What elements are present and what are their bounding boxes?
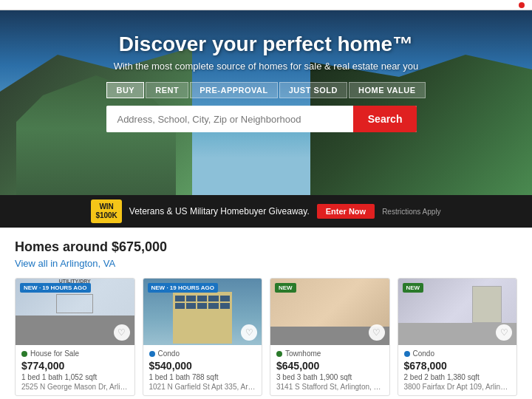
- listing-price: $540,000: [149, 360, 256, 372]
- listing-type: Condo: [404, 349, 511, 358]
- search-button[interactable]: Search: [353, 106, 417, 132]
- building-shape: [173, 292, 232, 344]
- listing-badge-new: NEW · 19 HOURS AGO: [148, 283, 219, 293]
- listing-badge-new: NEW · 19 HOURS AGO: [20, 283, 91, 293]
- listing-details: 1 bed 1 bath 1,052 sqft: [21, 373, 129, 381]
- search-input[interactable]: [106, 106, 352, 132]
- type-label: Townhome: [285, 349, 321, 358]
- listing-info: House for Sale $774,000 1 bed 1 bath 1,0…: [16, 345, 134, 395]
- window: [175, 296, 185, 301]
- listing-image: NEW ♡: [270, 279, 389, 345]
- listing-address: 3141 S Stafford St, Arlington, VA 22206: [276, 383, 383, 391]
- listing-info: Condo $678,000 2 bed 2 bath 1,380 sqft 3…: [398, 345, 517, 395]
- listing-address: 2525 N George Mason Dr, Arlington, VA ..…: [21, 383, 129, 391]
- window: [220, 303, 230, 309]
- promo-badge: WIN $100K: [91, 200, 121, 223]
- type-dot: [404, 351, 410, 357]
- listing-card[interactable]: UTILITY/DRY3'1" × 8'1" UTILITY/STORAGE20…: [15, 278, 135, 396]
- listing-address: 1021 N Garfield St Apt 335, Arlington, V…: [149, 383, 256, 391]
- listing-info: Condo $540,000 1 bed 1 bath 788 sqft 102…: [143, 345, 262, 395]
- listing-details: 2 bed 2 bath 1,380 sqft: [404, 373, 511, 381]
- fp-box-main: [56, 294, 93, 314]
- hero-subtitle: With the most complete source of homes f…: [106, 61, 425, 72]
- window: [197, 303, 207, 309]
- tab-buy[interactable]: BUY: [106, 82, 144, 98]
- type-dot: [276, 351, 282, 357]
- type-label: Condo: [158, 349, 180, 358]
- promo-text: Veterans & US Military Homebuyer Giveawa…: [129, 206, 310, 216]
- window: [220, 296, 230, 301]
- window: [186, 303, 196, 309]
- tab-homevalue[interactable]: HOME VALUE: [349, 82, 426, 98]
- appliance: [472, 286, 502, 323]
- tab-rent[interactable]: RENT: [146, 82, 188, 98]
- tab-preapproval[interactable]: PRE-APPROVAL: [190, 82, 278, 98]
- listings-grid: UTILITY/DRY3'1" × 8'1" UTILITY/STORAGE20…: [15, 278, 517, 396]
- tab-justsold[interactable]: JUST SOLD: [279, 82, 347, 98]
- listing-image: UTILITY/DRY3'1" × 8'1" UTILITY/STORAGE20…: [16, 279, 134, 345]
- favorite-button[interactable]: ♡: [241, 324, 257, 341]
- listing-image: NEW ♡: [398, 279, 517, 345]
- hero-title: Discover your perfect home™: [106, 33, 425, 56]
- main-content: Homes around $675,000 View all in Arling…: [0, 228, 532, 399]
- type-dot: [21, 351, 27, 357]
- listing-price: $774,000: [21, 360, 129, 372]
- listing-type: Townhome: [276, 349, 383, 358]
- type-label: Condo: [413, 349, 434, 358]
- listing-type: House for Sale: [21, 349, 129, 358]
- listing-details: 3 bed 3 bath 1,900 sqft: [276, 373, 383, 381]
- type-dot: [149, 351, 155, 357]
- promo-badge-line2: $100K: [95, 211, 117, 219]
- window: [175, 303, 185, 309]
- type-label: House for Sale: [30, 349, 79, 358]
- listing-card[interactable]: NEW ♡ Townhome $645,000 3 bed 3 bath 1,9…: [270, 278, 390, 396]
- promo-banner: WIN $100K Veterans & US Military Homebuy…: [0, 195, 532, 228]
- promo-enter-button[interactable]: Enter Now: [317, 204, 375, 219]
- hero-tabs: BUY RENT PRE-APPROVAL JUST SOLD HOME VAL…: [106, 82, 425, 98]
- search-bar: Search: [106, 106, 417, 132]
- listing-badge-new: NEW: [275, 283, 296, 293]
- listing-price: $645,000: [276, 360, 383, 372]
- hero-section: Discover your perfect home™ With the mos…: [0, 10, 532, 195]
- hero-content: Discover your perfect home™ With the mos…: [106, 33, 425, 132]
- listing-badge-new: NEW: [403, 283, 424, 293]
- listing-card[interactable]: NEW ♡ Condo $678,000 2 bed 2 bath 1,380 …: [398, 278, 518, 396]
- window: [208, 296, 218, 301]
- favorite-button[interactable]: ♡: [496, 324, 512, 341]
- nav-dot: [519, 2, 525, 8]
- homes-section-title: Homes around $675,000: [15, 239, 517, 255]
- window: [186, 296, 196, 301]
- window: [197, 296, 207, 301]
- homes-view-all-link[interactable]: View all in Arlington, VA: [15, 258, 517, 269]
- listing-price: $678,000: [404, 360, 511, 372]
- window: [208, 303, 218, 309]
- favorite-button[interactable]: ♡: [114, 324, 130, 341]
- listing-image: NEW · 19 HOURS AGO ♡: [143, 279, 262, 345]
- listing-details: 1 bed 1 bath 788 sqft: [149, 373, 256, 381]
- fp-box-small: [62, 332, 88, 345]
- top-nav: [0, 0, 532, 10]
- building-windows: [175, 296, 230, 309]
- listing-card[interactable]: NEW · 19 HOURS AGO ♡ Condo $540,000 1 be…: [143, 278, 263, 396]
- fp-label-storage: UTILITY/STORAGE20'5" × 8'5": [52, 316, 98, 329]
- listing-address: 3800 Fairfax Dr Apt 109, Arlington, VA 2…: [404, 383, 511, 391]
- promo-restrictions: Restrictions Apply: [382, 208, 440, 216]
- favorite-button[interactable]: ♡: [369, 324, 385, 341]
- listing-info: Townhome $645,000 3 bed 3 bath 1,900 sqf…: [270, 345, 389, 395]
- listing-type: Condo: [149, 349, 256, 358]
- promo-badge-line1: WIN: [99, 202, 113, 211]
